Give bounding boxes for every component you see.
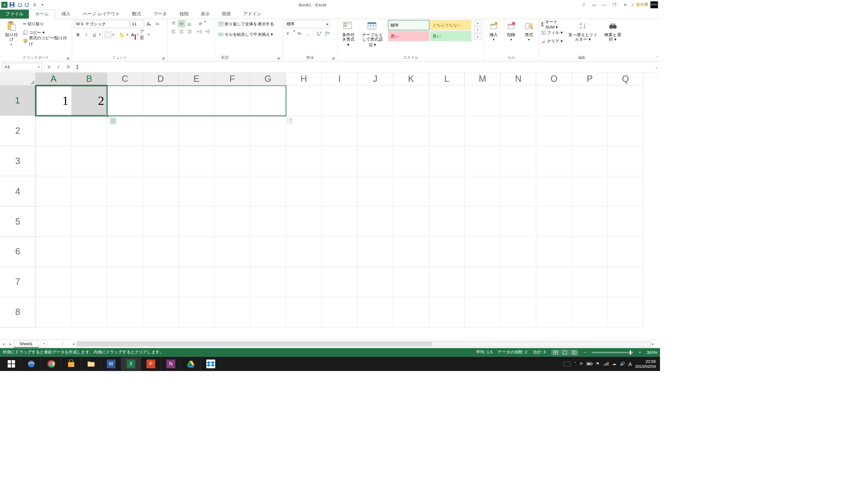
cell[interactable] <box>36 176 71 206</box>
align-top-icon[interactable] <box>170 20 178 28</box>
cell[interactable] <box>429 237 465 267</box>
spreadsheet-grid[interactable]: A B C D E F G H I J K L M N O P Q 1 2 3 … <box>0 72 660 339</box>
cell[interactable] <box>36 237 71 267</box>
cell[interactable] <box>286 237 322 267</box>
wrap-text-button[interactable]: 折り返して全体を表示する <box>218 20 274 28</box>
col-header-N[interactable]: N <box>500 72 536 85</box>
conditional-format-button[interactable]: 条件付き書式 ▾ <box>340 20 357 48</box>
col-header-Q[interactable]: Q <box>608 72 643 85</box>
cell[interactable]: 1 <box>36 85 71 116</box>
undo-icon[interactable] <box>16 1 23 8</box>
cell[interactable] <box>608 176 643 206</box>
touch-mode-icon[interactable] <box>32 1 38 8</box>
zoom-slider[interactable] <box>592 352 633 353</box>
cell[interactable] <box>250 176 286 206</box>
taskbar-chrome[interactable] <box>41 357 61 371</box>
cell[interactable] <box>286 297 322 328</box>
cell[interactable] <box>393 176 429 206</box>
close-icon[interactable]: ✕ <box>621 1 629 8</box>
phonetic-button[interactable]: ア亜 <box>140 31 147 38</box>
row-header-1[interactable]: 1 <box>0 85 36 116</box>
fill-handle[interactable] <box>106 114 108 117</box>
cell[interactable] <box>358 206 393 237</box>
cell[interactable] <box>465 237 500 267</box>
cell[interactable] <box>214 267 250 297</box>
cell[interactable] <box>250 85 286 116</box>
sheet-tab[interactable]: Sheet1 <box>14 340 38 347</box>
cell[interactable] <box>536 267 572 297</box>
cell[interactable] <box>322 116 358 146</box>
cell[interactable] <box>465 297 500 328</box>
quick-analysis-icon[interactable] <box>110 118 116 124</box>
cell[interactable] <box>36 267 71 297</box>
formula-input[interactable] <box>73 63 653 71</box>
increase-decimal-icon[interactable]: .0.00 <box>315 29 323 37</box>
cell[interactable] <box>429 206 465 237</box>
styles-more-icon[interactable]: ▾ <box>474 34 482 40</box>
fill-color-button[interactable] <box>118 31 126 38</box>
tray-clock[interactable]: 23:55 2015/02/04 <box>635 359 656 369</box>
cell[interactable] <box>500 267 536 297</box>
cell[interactable] <box>608 237 643 267</box>
row-header-2[interactable]: 2 <box>0 116 36 146</box>
cell[interactable] <box>250 297 286 328</box>
cell[interactable] <box>36 116 71 146</box>
cell[interactable] <box>358 85 393 116</box>
tray-ime-icon[interactable]: A <box>628 361 632 367</box>
tab-insert[interactable]: 挿入 <box>55 9 76 19</box>
cell[interactable] <box>536 116 572 146</box>
fx-icon[interactable]: fx <box>64 63 73 71</box>
cell[interactable] <box>214 176 250 206</box>
cut-button[interactable]: ✂切り取り <box>23 20 70 28</box>
tab-formulas[interactable]: 数式 <box>126 9 147 19</box>
cell[interactable] <box>358 116 393 146</box>
taskbar-gdrive[interactable] <box>181 357 201 371</box>
taskbar-ie[interactable] <box>21 357 41 371</box>
taskbar-explorer[interactable] <box>81 357 101 371</box>
tab-addins[interactable]: アドイン <box>237 9 267 19</box>
cell[interactable] <box>286 85 322 116</box>
tab-developer[interactable]: 開発 <box>216 9 237 19</box>
cell[interactable]: 2 <box>71 85 107 116</box>
orientation-icon[interactable]: ⟳ <box>197 20 204 28</box>
tab-home[interactable]: ホーム <box>29 9 56 19</box>
tray-battery-icon[interactable] <box>586 362 593 366</box>
cell[interactable] <box>179 267 214 297</box>
cell[interactable] <box>286 206 322 237</box>
cell[interactable] <box>536 176 572 206</box>
col-header-C[interactable]: C <box>107 72 143 85</box>
cell[interactable] <box>250 267 286 297</box>
cell[interactable] <box>107 206 143 237</box>
cell[interactable] <box>143 206 179 237</box>
taskbar-word[interactable]: W <box>101 357 121 371</box>
cell[interactable] <box>536 85 572 116</box>
cell[interactable] <box>608 297 643 328</box>
tray-flag-icon[interactable]: ⚑ <box>596 361 599 366</box>
save-icon[interactable] <box>9 1 15 8</box>
format-as-table-button[interactable]: テーブルとして書式設定 ▾ <box>359 20 386 48</box>
taskbar-excel[interactable]: X <box>121 357 141 371</box>
zoom-out-icon[interactable]: − <box>584 350 586 355</box>
cell[interactable] <box>143 85 179 116</box>
cell[interactable] <box>179 85 214 116</box>
style-bad[interactable]: 悪い <box>388 31 429 41</box>
cell[interactable] <box>572 176 608 206</box>
paste-button[interactable]: 貼り付け ▾ <box>2 20 21 47</box>
cell[interactable] <box>179 176 214 206</box>
sheet-nav-next-icon[interactable]: ▸ <box>9 342 12 347</box>
ribbon-display-icon[interactable]: ▭ <box>590 1 598 8</box>
cell[interactable] <box>500 176 536 206</box>
page-layout-view-icon[interactable] <box>561 349 570 356</box>
accounting-button[interactable]: ¥ <box>285 29 292 37</box>
col-header-O[interactable]: O <box>536 72 572 85</box>
qat-more-icon[interactable]: ▾ <box>39 1 46 8</box>
select-all-corner[interactable] <box>0 72 36 85</box>
cell[interactable] <box>286 267 322 297</box>
cell[interactable] <box>107 237 143 267</box>
cell[interactable] <box>214 146 250 176</box>
user-name[interactable]: 坂井勝 <box>631 2 648 8</box>
cell[interactable] <box>572 297 608 328</box>
row-header-4[interactable]: 4 <box>0 176 36 206</box>
cell[interactable] <box>143 146 179 176</box>
cell[interactable] <box>214 297 250 328</box>
